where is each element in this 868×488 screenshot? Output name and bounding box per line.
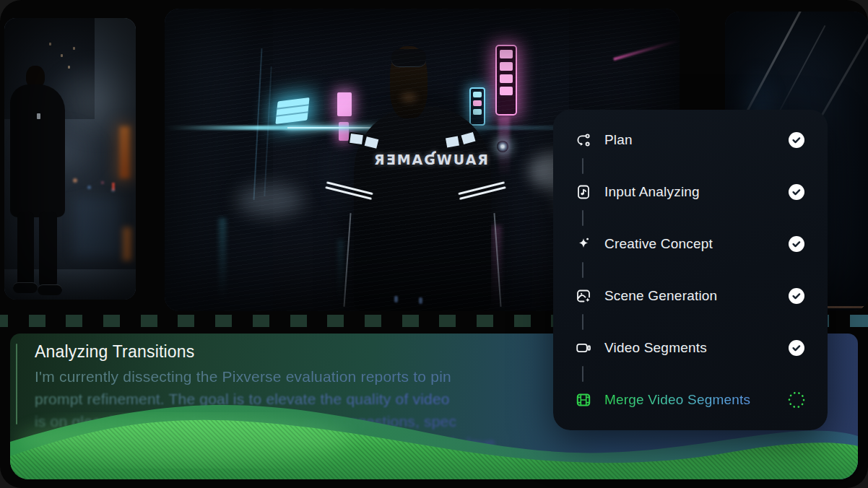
route-icon — [575, 131, 592, 149]
task-panel: Plan Input Analyzing — [553, 110, 828, 430]
task-label: Merge Video Segments — [604, 392, 788, 408]
connector-line — [582, 314, 583, 330]
task-item-video-segments[interactable]: Video Segments — [553, 322, 828, 374]
check-circle-icon — [788, 339, 805, 357]
spinner-icon — [788, 391, 805, 409]
video-camera-icon — [575, 339, 592, 357]
audio-file-icon — [575, 183, 592, 201]
connector-line — [582, 262, 583, 278]
scene-sparkle-icon — [575, 287, 592, 305]
task-label: Video Segments — [604, 340, 788, 356]
sparkle-icon — [575, 235, 592, 253]
task-item-input-analyzing[interactable]: Input Analyzing — [553, 166, 828, 218]
video-frame-1[interactable] — [4, 18, 136, 300]
app-window: ЯƎMAƓWUAЯ Analyzing Transiti — [0, 0, 868, 488]
check-circle-icon — [788, 131, 805, 149]
check-circle-icon — [788, 287, 805, 305]
task-label: Scene Generation — [604, 288, 788, 304]
task-item-merge-video-segments[interactable]: Merge Video Segments — [553, 374, 828, 426]
connector-line — [582, 366, 583, 382]
film-frame-icon — [575, 391, 592, 409]
task-item-plan[interactable]: Plan — [553, 114, 828, 166]
check-circle-icon — [788, 183, 805, 201]
task-item-scene-generation[interactable]: Scene Generation — [553, 270, 828, 322]
task-label: Input Analyzing — [604, 184, 788, 200]
connector-line — [582, 158, 583, 174]
task-label: Creative Concept — [604, 236, 788, 252]
task-item-creative-concept[interactable]: Creative Concept — [553, 218, 828, 270]
check-circle-icon — [788, 235, 805, 253]
task-label: Plan — [604, 132, 788, 148]
connector-line — [582, 210, 583, 226]
